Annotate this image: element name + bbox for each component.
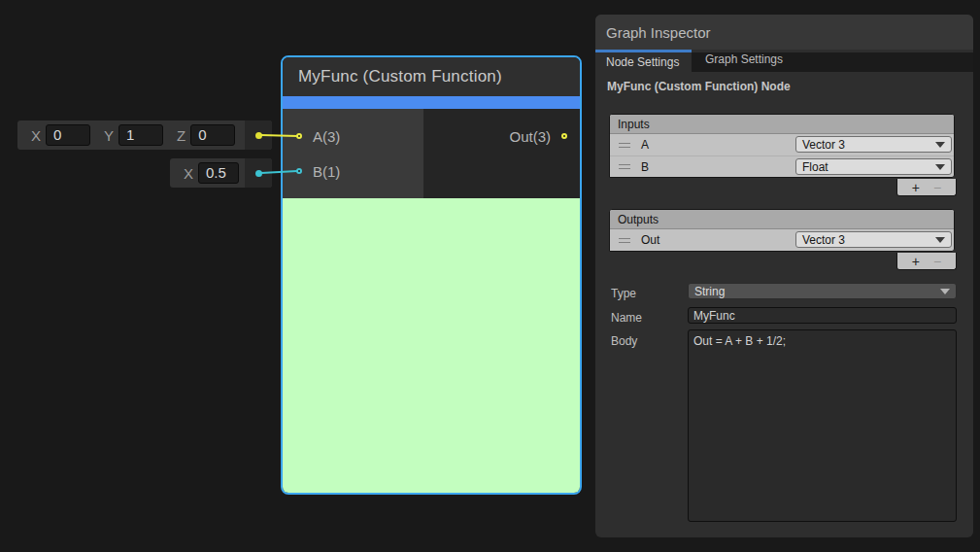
node-input-ports: A(3) B(1) (283, 109, 423, 198)
body-label: Body (611, 334, 637, 348)
inputs-list-footer: + − (896, 179, 957, 196)
port-b-icon[interactable] (296, 168, 302, 174)
float-connector-box (245, 158, 272, 188)
input-b-type-value: Float (802, 160, 935, 174)
port-b-label: B(1) (313, 163, 340, 180)
list-item[interactable]: Out Vector 3 (610, 229, 954, 251)
outputs-list-header: Outputs (610, 210, 954, 229)
port-row-b: B(1) (283, 154, 423, 189)
dropdown-arrow-icon (935, 164, 945, 170)
node-preview (283, 198, 580, 493)
vector-x-label: X (31, 127, 41, 144)
outputs-list-footer: + − (896, 253, 957, 270)
input-a-name: A (641, 138, 649, 152)
vector3-connector-dot-icon[interactable] (255, 132, 262, 139)
float-x-field[interactable]: 0.5 (198, 162, 239, 184)
list-item[interactable]: A Vector 3 (610, 134, 954, 155)
float-connector-dot-icon[interactable] (255, 170, 262, 177)
vector-z-field[interactable]: 0 (190, 124, 235, 146)
dropdown-arrow-icon (935, 237, 945, 243)
vector-y-field[interactable]: 1 (118, 124, 163, 146)
name-label: Name (611, 311, 642, 325)
custom-function-node[interactable]: MyFunc (Custom Function) A(3) B(1) Out(3… (281, 55, 582, 495)
vector3-input-widget: X 0 Y 1 Z 0 (17, 121, 272, 150)
port-row-out: Out(3) (423, 119, 580, 154)
input-b-type-dropdown[interactable]: Float (795, 158, 952, 175)
name-input[interactable] (688, 307, 957, 324)
dropdown-arrow-icon (935, 142, 945, 148)
port-a-label: A(3) (313, 128, 340, 145)
node-color-bar (283, 96, 580, 109)
add-input-button[interactable]: + (912, 181, 920, 194)
inspector-tabs: Node Settings Graph Settings (595, 52, 973, 72)
outputs-list: Outputs Out Vector 3 (609, 209, 955, 252)
inspector-header[interactable]: Graph Inspector (595, 15, 973, 50)
node-settings-subtitle: MyFunc (Custom Function) Node (607, 80, 791, 93)
vector-x-field[interactable]: 0 (46, 124, 90, 146)
float-x-label: X (184, 165, 193, 182)
tab-node-settings[interactable]: Node Settings (595, 52, 692, 72)
add-output-button[interactable]: + (912, 255, 920, 268)
inputs-list-title: Inputs (618, 118, 650, 131)
node-output-ports: Out(3) (423, 109, 580, 198)
inputs-list-header: Inputs (610, 115, 954, 134)
drag-handle-icon[interactable] (619, 143, 630, 148)
body-textarea[interactable]: Out = A + B + 1/2; (688, 329, 957, 522)
drag-handle-icon[interactable] (619, 164, 630, 169)
node-ports: A(3) B(1) Out(3) (283, 109, 580, 198)
port-a-icon[interactable] (296, 133, 302, 139)
vector3-connector-box (245, 121, 272, 150)
output-out-type-value: Vector 3 (802, 233, 935, 247)
graph-inspector-panel: Graph Inspector Node Settings Graph Sett… (595, 15, 973, 537)
vector-z-label: Z (177, 127, 186, 144)
drag-handle-icon[interactable] (619, 238, 630, 243)
remove-input-button[interactable]: − (933, 181, 941, 194)
port-row-a: A(3) (283, 119, 423, 154)
float-input-widget: X 0.5 (170, 158, 272, 188)
node-header[interactable]: MyFunc (Custom Function) (283, 57, 580, 96)
node-title: MyFunc (Custom Function) (298, 67, 502, 86)
input-a-type-dropdown[interactable]: Vector 3 (795, 136, 952, 153)
inputs-list: Inputs A Vector 3 B Float (609, 114, 955, 178)
type-value: String (694, 285, 940, 298)
tab-strip: Graph Settings (692, 52, 973, 72)
tab-graph-settings[interactable]: Graph Settings (692, 52, 973, 66)
type-dropdown[interactable]: String (688, 283, 957, 299)
type-label: Type (611, 287, 636, 300)
dropdown-arrow-icon (940, 289, 950, 294)
inspector-title: Graph Inspector (606, 24, 711, 41)
list-item[interactable]: B Float (610, 155, 954, 177)
outputs-list-title: Outputs (618, 213, 659, 226)
output-out-type-dropdown[interactable]: Vector 3 (795, 231, 952, 248)
output-out-name: Out (641, 233, 659, 247)
input-b-name: B (641, 160, 649, 174)
port-out-icon[interactable] (561, 133, 567, 139)
input-a-type-value: Vector 3 (802, 138, 935, 152)
remove-output-button[interactable]: − (933, 255, 941, 268)
vector-y-label: Y (104, 127, 114, 144)
port-out-label: Out(3) (509, 128, 551, 145)
